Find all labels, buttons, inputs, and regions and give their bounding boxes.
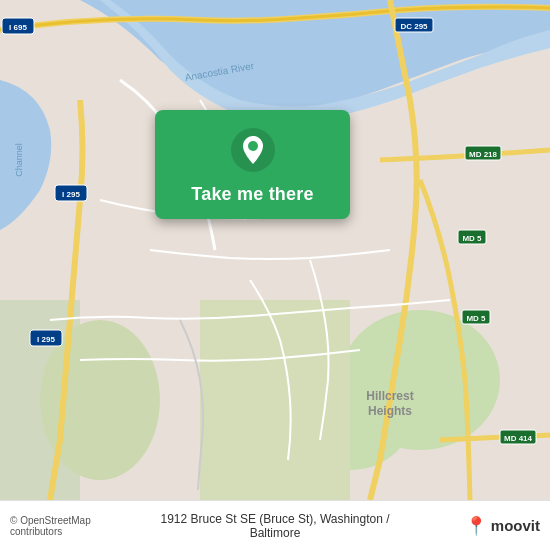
svg-text:I 695: I 695	[9, 23, 27, 32]
moovit-logo: 📍 moovit	[408, 515, 541, 537]
svg-text:I 295: I 295	[37, 335, 55, 344]
osm-attribution: © OpenStreetMap contributors	[10, 515, 143, 537]
svg-text:MD 5: MD 5	[462, 234, 482, 243]
svg-text:MD 218: MD 218	[469, 150, 498, 159]
svg-text:I 295: I 295	[62, 190, 80, 199]
svg-text:Channel: Channel	[14, 143, 24, 177]
address-label: 1912 Bruce St SE (Bruce St), Washington …	[143, 512, 408, 540]
svg-text:MD 414: MD 414	[504, 434, 533, 443]
map-container: I 695 DC 295 I 295 I 295 MD 218 MD 5 MD …	[0, 0, 550, 500]
svg-text:MD 5: MD 5	[466, 314, 486, 323]
location-card[interactable]: Take me there	[155, 110, 350, 219]
svg-text:DC 295: DC 295	[400, 22, 428, 31]
moovit-pin-icon: 📍	[465, 515, 487, 537]
svg-text:Heights: Heights	[368, 404, 412, 418]
svg-text:Hillcrest: Hillcrest	[366, 389, 413, 403]
svg-point-27	[248, 141, 258, 151]
take-me-there-button-label: Take me there	[191, 184, 313, 205]
location-pin-icon	[231, 128, 275, 172]
map-background: I 695 DC 295 I 295 I 295 MD 218 MD 5 MD …	[0, 0, 550, 500]
moovit-brand-label: moovit	[491, 517, 540, 534]
svg-rect-5	[200, 300, 350, 500]
bottom-bar: © OpenStreetMap contributors 1912 Bruce …	[0, 500, 550, 550]
